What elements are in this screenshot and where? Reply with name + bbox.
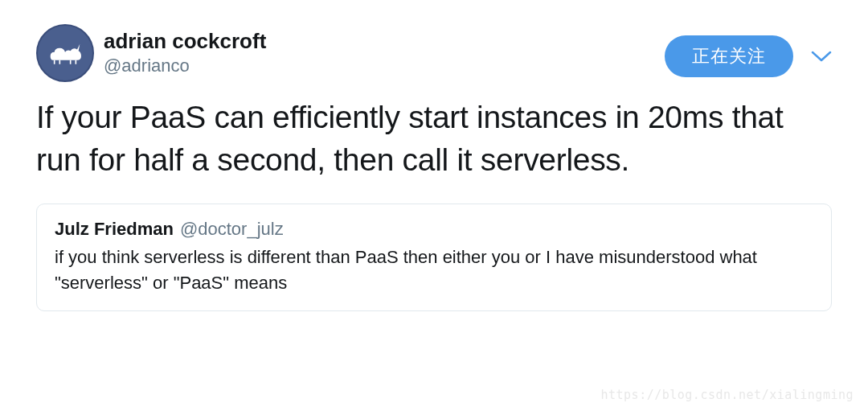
user-handle[interactable]: @adrianco — [104, 56, 266, 76]
tweet-card: adrian cockcroft @adrianco 正在关注 If your … — [0, 0, 868, 311]
header-actions: 正在关注 — [665, 24, 832, 77]
quoted-handle: @doctor_julz — [180, 219, 284, 240]
unicorn-cloud-icon — [45, 39, 85, 68]
avatar[interactable] — [36, 24, 94, 82]
quoted-tweet[interactable]: Julz Friedman @doctor_julz if you think … — [36, 204, 832, 311]
watermark: https://blog.csdn.net/xialingming — [600, 388, 854, 402]
user-info: adrian cockcroft @adrianco — [104, 24, 266, 76]
display-name[interactable]: adrian cockcroft — [104, 29, 266, 54]
quoted-text: if you think serverless is different tha… — [55, 245, 813, 296]
header-left: adrian cockcroft @adrianco — [36, 24, 266, 82]
chevron-down-icon[interactable] — [811, 50, 832, 63]
quoted-header: Julz Friedman @doctor_julz — [55, 219, 813, 240]
quoted-display-name: Julz Friedman — [55, 219, 174, 240]
tweet-header: adrian cockcroft @adrianco 正在关注 — [36, 24, 832, 82]
tweet-text: If your PaaS can efficiently start insta… — [36, 97, 832, 181]
follow-button[interactable]: 正在关注 — [665, 35, 793, 77]
